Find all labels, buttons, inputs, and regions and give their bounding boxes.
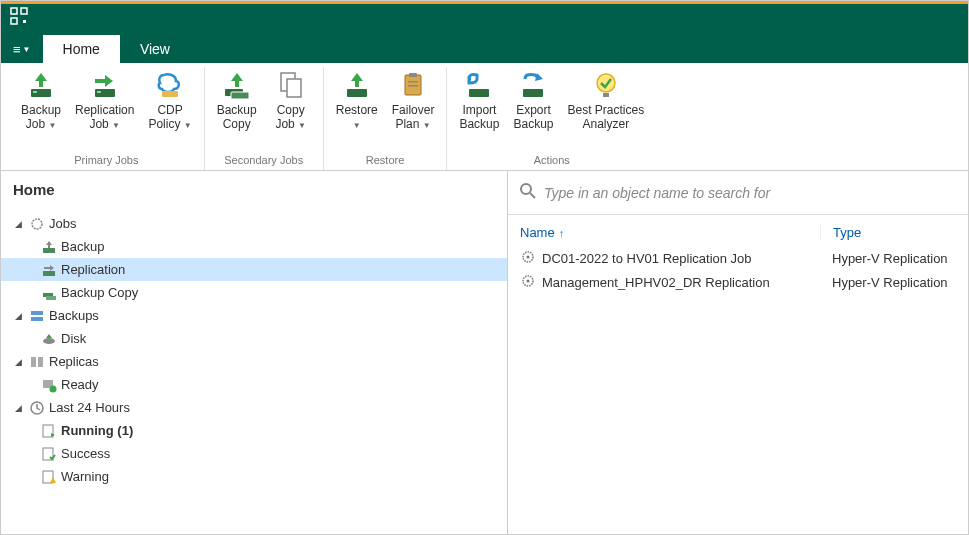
row-type: Hyper-V Replication bbox=[820, 275, 956, 290]
tree-label: Success bbox=[61, 446, 110, 461]
column-header-type[interactable]: Type bbox=[820, 225, 956, 240]
gear-icon bbox=[520, 249, 536, 268]
svg-point-29 bbox=[43, 338, 55, 344]
svg-point-22 bbox=[32, 219, 42, 229]
ready-icon bbox=[41, 377, 57, 393]
svg-rect-2 bbox=[11, 18, 17, 24]
column-label: Type bbox=[833, 225, 861, 240]
svg-rect-15 bbox=[409, 73, 417, 77]
backup-copy-button[interactable]: Backup Copy bbox=[211, 67, 263, 133]
tree-label: Replicas bbox=[49, 354, 99, 369]
tree-node-running[interactable]: Running (1) bbox=[1, 419, 507, 442]
chevron-down-icon: ▼ bbox=[184, 121, 192, 130]
tree-label: Backup Copy bbox=[61, 285, 138, 300]
tabstrip: ≡ ▼ Home View bbox=[1, 31, 968, 63]
caret-expanded-icon: ◢ bbox=[15, 219, 25, 229]
cdp-policy-button[interactable]: CDP Policy ▼ bbox=[142, 67, 197, 135]
tree-node-replication[interactable]: Replication bbox=[1, 258, 507, 281]
backup-copy-icon bbox=[221, 69, 253, 101]
tree-node-backup-copy[interactable]: Backup Copy bbox=[1, 281, 507, 304]
tree-node-backup[interactable]: Backup bbox=[1, 235, 507, 258]
caret-expanded-icon: ◢ bbox=[15, 403, 25, 413]
main-menu-button[interactable]: ≡ ▼ bbox=[5, 38, 39, 61]
tree-node-success[interactable]: Success bbox=[1, 442, 507, 465]
restore-icon bbox=[341, 69, 373, 101]
backup-copy-label: Backup Copy bbox=[217, 103, 257, 131]
svg-rect-1 bbox=[21, 8, 27, 14]
tree-node-jobs[interactable]: ◢ Jobs bbox=[1, 212, 507, 235]
caret-expanded-icon: ◢ bbox=[15, 357, 25, 367]
backup-job-button[interactable]: Backup Job ▼ bbox=[15, 67, 67, 135]
tree-node-ready[interactable]: Ready bbox=[1, 373, 507, 396]
tree-label: Warning bbox=[61, 469, 109, 484]
running-icon bbox=[41, 423, 57, 439]
tree-node-backups[interactable]: ◢ Backups bbox=[1, 304, 507, 327]
copy-job-button[interactable]: Copy Job ▼ bbox=[265, 67, 317, 135]
ribbon-group-label: Secondary Jobs bbox=[224, 152, 303, 170]
tree-label: Running (1) bbox=[61, 423, 133, 438]
ribbon-group-restore: Restore▼ Failover Plan ▼ Restore bbox=[324, 67, 448, 170]
gear-icon bbox=[520, 273, 536, 292]
best-practices-button[interactable]: Best Practices Analyzer bbox=[562, 67, 651, 133]
grid-row[interactable]: Management_HPHV02_DR Replication Hyper-V… bbox=[520, 270, 956, 294]
tree-node-warning[interactable]: Warning bbox=[1, 465, 507, 488]
import-backup-button[interactable]: Import Backup bbox=[453, 67, 505, 133]
tree-label: Backup bbox=[61, 239, 104, 254]
export-backup-button[interactable]: Export Backup bbox=[507, 67, 559, 133]
replication-job-button[interactable]: Replication Job ▼ bbox=[69, 67, 140, 135]
tree-node-last24[interactable]: ◢ Last 24 Hours bbox=[1, 396, 507, 419]
import-backup-label: Import Backup bbox=[459, 103, 499, 131]
svg-rect-8 bbox=[162, 91, 178, 97]
app-window: ≡ ▼ Home View Backup Job ▼ Replication J… bbox=[0, 0, 969, 535]
searchbar bbox=[508, 171, 968, 215]
svg-rect-17 bbox=[408, 85, 418, 87]
failover-plan-button[interactable]: Failover Plan ▼ bbox=[386, 67, 441, 135]
app-logo-icon bbox=[9, 6, 29, 30]
svg-rect-27 bbox=[31, 311, 43, 315]
chevron-down-icon: ▼ bbox=[423, 121, 431, 130]
tree-node-replicas[interactable]: ◢ Replicas bbox=[1, 350, 507, 373]
grid-row[interactable]: DC01-2022 to HV01 Replication Job Hyper-… bbox=[520, 246, 956, 270]
export-backup-icon bbox=[517, 69, 549, 101]
copy-job-icon bbox=[275, 69, 307, 101]
nav-panel: Home ◢ Jobs Backup Replication Back bbox=[1, 171, 508, 534]
sort-ascending-icon: ↑ bbox=[559, 227, 565, 239]
warning-icon bbox=[41, 469, 57, 485]
backup-icon bbox=[41, 239, 57, 255]
cdp-policy-label: CDP Policy bbox=[148, 103, 182, 131]
svg-line-39 bbox=[530, 193, 535, 198]
nav-header: Home bbox=[1, 171, 507, 208]
backup-job-icon bbox=[25, 69, 57, 101]
clock-icon bbox=[29, 400, 45, 416]
tree-label: Jobs bbox=[49, 216, 76, 231]
nav-tree: ◢ Jobs Backup Replication Backup Copy bbox=[1, 208, 507, 534]
backups-icon bbox=[29, 308, 45, 324]
cdp-policy-icon bbox=[154, 69, 186, 101]
ribbon-group-label: Actions bbox=[534, 152, 570, 170]
svg-rect-5 bbox=[33, 91, 37, 93]
restore-label: Restore bbox=[336, 103, 378, 117]
search-input[interactable] bbox=[544, 185, 958, 201]
chevron-down-icon: ▼ bbox=[48, 121, 56, 130]
ribbon-group-primary-jobs: Backup Job ▼ Replication Job ▼ CDP Polic… bbox=[9, 67, 205, 170]
titlebar bbox=[1, 1, 968, 31]
svg-rect-16 bbox=[408, 81, 418, 83]
main-area: Home ◢ Jobs Backup Replication Back bbox=[1, 171, 968, 534]
replication-job-label: Replication Job bbox=[75, 103, 134, 131]
column-header-name[interactable]: Name ↑ bbox=[520, 225, 820, 240]
ribbon-group-secondary-jobs: Backup Copy Copy Job ▼ Secondary Jobs bbox=[205, 67, 324, 170]
svg-point-43 bbox=[527, 279, 530, 282]
svg-point-38 bbox=[521, 184, 531, 194]
svg-rect-28 bbox=[31, 317, 43, 321]
replication-job-icon bbox=[89, 69, 121, 101]
ribbon: Backup Job ▼ Replication Job ▼ CDP Polic… bbox=[1, 63, 968, 171]
svg-rect-26 bbox=[46, 296, 56, 300]
chevron-down-icon: ▼ bbox=[353, 121, 361, 130]
tab-home[interactable]: Home bbox=[43, 35, 120, 63]
svg-rect-23 bbox=[43, 248, 55, 253]
search-icon bbox=[518, 181, 538, 204]
tab-view[interactable]: View bbox=[120, 35, 190, 63]
restore-button[interactable]: Restore▼ bbox=[330, 67, 384, 135]
backup-copy-icon bbox=[41, 285, 57, 301]
tree-node-disk[interactable]: Disk bbox=[1, 327, 507, 350]
